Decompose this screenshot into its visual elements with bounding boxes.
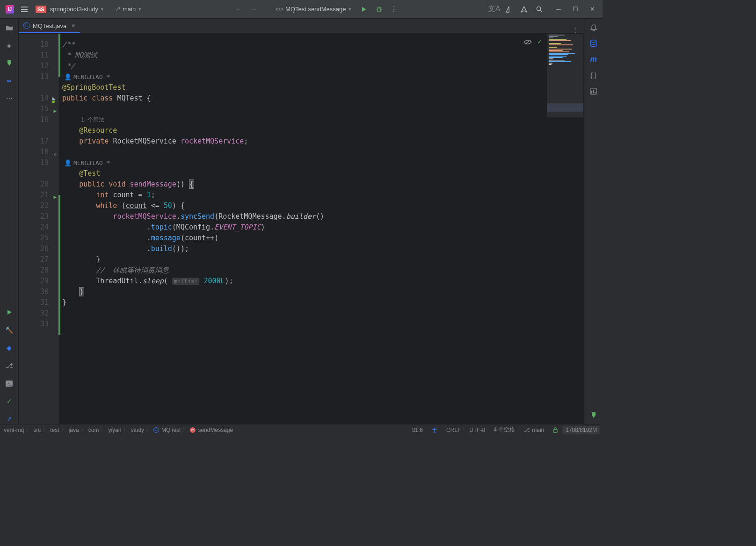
more-tool-icon[interactable]: ⋯ [4,93,15,104]
line-number[interactable]: 12 [19,61,49,72]
line-number[interactable]: 23 [19,211,49,222]
indent-setting[interactable]: 4 个空格 [490,426,519,434]
breadcrumb-item[interactable]: src [32,427,42,433]
debug-button[interactable] [372,3,385,16]
coverage-tool-icon[interactable] [589,86,599,96]
jrebel-icon[interactable] [4,58,15,68]
line-number[interactable]: 18⊘ [19,147,49,158]
close-button[interactable]: ✕ [585,3,600,16]
line-number[interactable]: 24 [19,222,49,233]
build-tool-icon[interactable]: 🔨 [4,325,15,335]
tab-more-button[interactable]: ⋮ [567,26,584,33]
line-number[interactable]: 31 [19,297,49,308]
gutter-run-icon[interactable]: 🍃 [50,95,57,101]
line-number[interactable]: 32 [19,308,49,319]
send-icon[interactable] [517,3,531,16]
svg-point-13 [591,40,596,43]
lock-icon[interactable] [549,427,562,433]
svg-line-6 [378,11,378,12]
line-number[interactable]: 30 [19,287,49,297]
branch-selector[interactable]: ⎇ main ▼ [110,4,145,14]
project-selector[interactable]: SS springboot3-study ▼ [32,4,108,15]
breadcrumb-item[interactable]: vent-mq [3,427,25,433]
gutter-run-icon[interactable]: ⊘ [50,149,57,155]
breadcrumb-item[interactable]: com [87,427,100,433]
git-tool-icon[interactable]: ⎇ [4,360,15,371]
line-number[interactable]: 11 [19,50,49,61]
line-number[interactable]: 14🍃 [19,93,49,104]
line-separator[interactable]: CRLF [443,427,465,433]
accessibility-icon[interactable] [428,427,442,433]
problems-tool-icon[interactable]: ✓ [4,396,15,406]
more-actions-button[interactable]: ⋮ [387,3,400,16]
breadcrumb-item[interactable]: test [49,427,60,433]
cursor-position[interactable]: 31:6 [408,427,427,433]
breadcrumb-item[interactable]: java [68,427,80,433]
endpoints-tool-icon[interactable]: { } [589,70,599,80]
svg-point-8 [537,7,540,10]
gutter-run-icon[interactable]: ▶ [50,192,57,198]
editor-body[interactable]: ✓ 1011121314🍃15▶161718⊘192021▶2223242526… [19,34,584,424]
breadcrumb-item[interactable]: msendMessage [189,427,234,433]
no-problems-icon[interactable]: ✓ [538,36,542,47]
line-number[interactable]: 26 [19,244,49,254]
bookmarks-tool-icon[interactable]: ◆ [4,343,15,353]
search-everywhere-icon[interactable] [532,3,545,16]
run-config-selector[interactable]: </> MQTest.sendMessage ▼ [272,4,356,14]
line-number[interactable]: 22 [19,201,49,211]
line-gutter[interactable]: 1011121314🍃15▶161718⊘192021▶222324252627… [19,34,58,424]
commit-tool-icon[interactable]: ◈ [4,40,15,50]
maximize-button[interactable]: ☐ [568,3,583,16]
line-number[interactable]: 13 [19,72,49,82]
tab-label: MQTest.java [33,22,66,29]
main-menu-button[interactable] [19,4,30,15]
gutter-run-icon[interactable]: ▶ [50,106,57,112]
nav-forward-button[interactable]: → [247,3,261,16]
line-number[interactable] [19,168,49,179]
usages-inlay[interactable]: 1 个用法 [62,115,584,125]
tab-mqtest[interactable]: C MQTest.java ✕ [19,19,80,33]
svg-line-5 [380,7,381,8]
line-number[interactable]: 10 [19,39,49,50]
vcs-tool-icon[interactable]: ↗ [4,414,15,424]
translate-icon[interactable]: 文A [487,3,501,16]
line-number[interactable]: 17 [19,136,49,147]
breadcrumb-item[interactable]: study [130,427,145,433]
minimize-button[interactable]: ─ [551,3,566,16]
notifications-icon[interactable] [589,22,599,33]
line-number[interactable]: 15▶ [19,104,49,115]
breadcrumb-item[interactable]: yiyan [107,427,122,433]
structure-tool-icon[interactable]: ▪▪ [4,76,15,86]
code-with-me-icon[interactable] [502,3,516,16]
jrebel-corner-icon[interactable] [589,410,599,420]
database-tool-icon[interactable] [589,38,599,49]
line-number[interactable]: 20 [19,179,49,190]
breadcrumbs[interactable]: vent-mq〉src〉test〉java〉com〉yiyan〉study〉CM… [3,426,234,434]
line-number[interactable]: 33 [19,319,49,330]
line-number[interactable]: 29 [19,276,49,287]
maven-tool-icon[interactable]: m [589,54,599,65]
run-tool-icon[interactable] [4,307,15,317]
breadcrumb-item[interactable]: CMQTest [153,427,182,433]
close-tab-icon[interactable]: ✕ [71,23,75,29]
run-button[interactable] [357,3,371,16]
memory-indicator[interactable]: 1788/8192M [563,426,600,434]
line-number[interactable]: 28 [19,265,49,276]
inspection-widget[interactable]: ✓ [523,36,542,47]
nav-back-button[interactable]: ← [233,3,246,16]
line-number[interactable] [19,125,49,136]
git-branch-status[interactable]: ⎇ main [520,427,548,433]
line-number[interactable]: 21▶ [19,190,49,201]
project-tool-icon[interactable] [4,22,15,33]
line-number[interactable]: 25 [19,233,49,244]
line-number[interactable]: 19 [19,158,49,168]
line-number[interactable]: 27 [19,254,49,265]
terminal-tool-icon[interactable]: >_ [4,378,15,388]
minimap[interactable] [546,34,584,118]
reader-mode-icon[interactable] [523,39,532,45]
line-number[interactable] [19,82,49,93]
line-number[interactable]: 16 [19,115,49,125]
svg-rect-17 [595,92,596,93]
file-encoding[interactable]: UTF-8 [465,427,489,433]
code-content[interactable]: /** * MQ测试 */ 👤 MENGJIAO * @SpringBootTe… [58,34,584,424]
